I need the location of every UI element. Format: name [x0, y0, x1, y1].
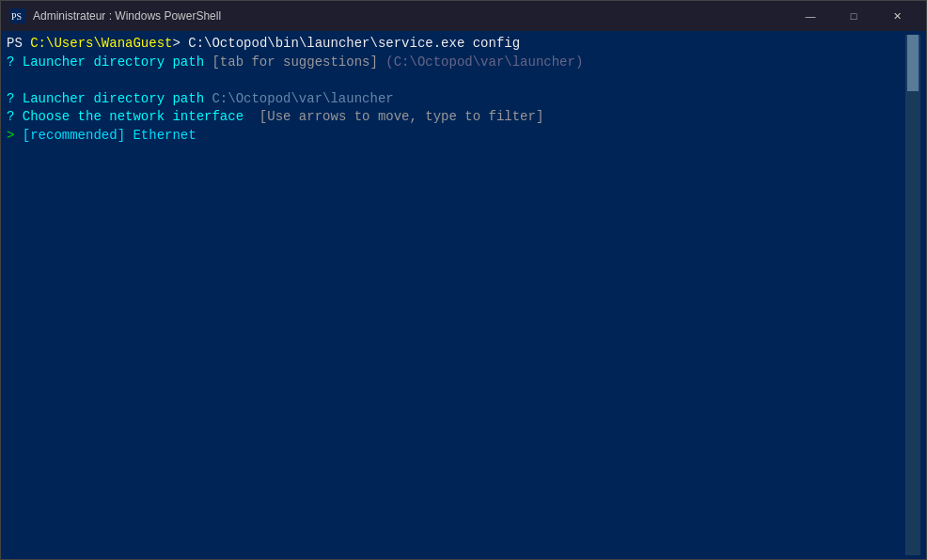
window: PS Administrateur : Windows PowerShell —…: [0, 0, 927, 560]
terminal-line-4: ? Launcher directory path C:\Octopod\var…: [7, 90, 890, 109]
minimize-button[interactable]: —: [789, 1, 832, 31]
network-label: Choose the network interface: [23, 108, 244, 127]
launcher-label-2: Launcher directory path: [23, 90, 204, 109]
prompt-ps: PS: [7, 35, 30, 54]
titlebar-left: PS Administrateur : Windows PowerShell: [10, 8, 221, 23]
default-path: (C:\Octopod\var\launcher): [378, 54, 583, 72]
powershell-icon: PS: [10, 8, 25, 23]
command-text: C:\Octopod\bin\launcher\service.exe conf…: [188, 35, 520, 54]
svg-text:PS: PS: [11, 11, 22, 22]
prompt-question-2: ?: [7, 90, 23, 109]
terminal-line-3: [7, 71, 890, 90]
terminal-line-5: ? Choose the network interface [Use arro…: [7, 108, 890, 127]
terminal-line-6: > [recommended] Ethernet: [7, 127, 890, 146]
titlebar: PS Administrateur : Windows PowerShell —…: [1, 1, 926, 31]
titlebar-controls: — □ ✕: [789, 1, 919, 31]
close-button[interactable]: ✕: [875, 1, 919, 31]
prompt-gt: >: [172, 35, 188, 54]
launcher-label-1: Launcher directory path: [23, 54, 204, 72]
ethernet-option: [recommended] Ethernet: [23, 127, 196, 146]
prompt-question-1: ?: [7, 54, 23, 72]
window-title: Administrateur : Windows PowerShell: [33, 9, 221, 23]
arrow-hint: [Use arrows to move, type to filter]: [244, 108, 543, 127]
maximize-button[interactable]: □: [832, 1, 875, 31]
prompt-question-3: ?: [7, 108, 23, 127]
prompt-path: C:\Users\WanaGuest: [30, 35, 172, 54]
scrollbar-thumb[interactable]: [907, 35, 919, 91]
terminal-line-2: ? Launcher directory path [tab for sugge…: [7, 54, 890, 72]
terminal-line-1: PS C:\Users\WanaGuest> C:\Octopod\bin\la…: [7, 35, 890, 54]
selection-arrow: >: [7, 127, 23, 146]
launcher-value: C:\Octopod\var\launcher: [204, 90, 394, 109]
terminal-body[interactable]: PS C:\Users\WanaGuest> C:\Octopod\bin\la…: [1, 31, 926, 559]
scrollbar[interactable]: [905, 35, 920, 555]
tab-hint: [tab for suggestions]: [204, 54, 378, 72]
terminal-content: PS C:\Users\WanaGuest> C:\Octopod\bin\la…: [7, 35, 905, 555]
